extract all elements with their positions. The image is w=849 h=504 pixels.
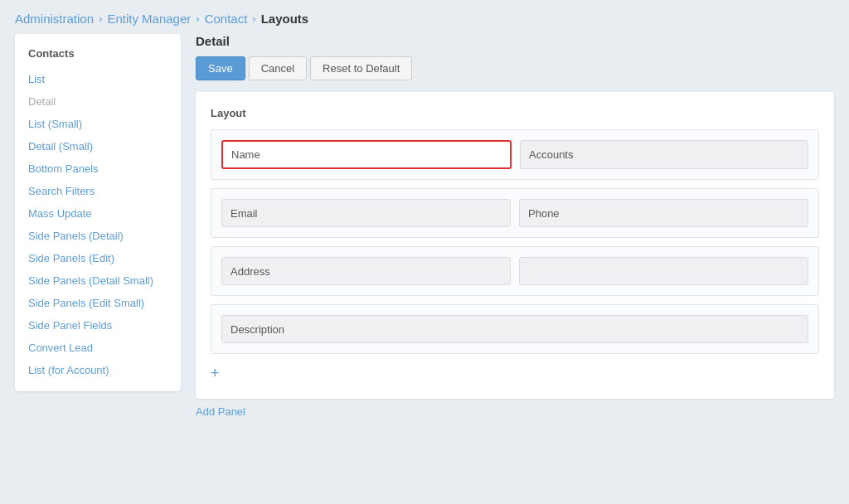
breadcrumb-administration[interactable]: Administration <box>15 12 94 26</box>
layout-section-3: Address <box>211 246 819 296</box>
field-description[interactable]: Description <box>221 315 808 343</box>
layout-row-3: Address <box>221 257 808 285</box>
sidebar-item-detail[interactable]: Detail <box>15 90 181 113</box>
cancel-button[interactable]: Cancel <box>249 56 307 80</box>
sidebar-item-search-filters[interactable]: Search Filters <box>15 180 181 202</box>
layout-section-2: Email Phone <box>211 188 819 238</box>
breadcrumb-sep-3: › <box>252 12 255 25</box>
save-button[interactable]: Save <box>196 56 245 80</box>
layout-panel: Layout Name Accounts Email Phone Address <box>196 92 834 399</box>
sidebar: Contacts List Detail List (Small) Detail… <box>15 34 181 391</box>
layout-section-1: Name Accounts <box>211 129 819 180</box>
sidebar-item-side-panels-detail[interactable]: Side Panels (Detail) <box>15 225 181 247</box>
layout-label: Layout <box>211 107 819 119</box>
breadcrumb: Administration › Entity Manager › Contac… <box>0 0 849 34</box>
add-panel-link[interactable]: Add Panel <box>196 405 245 418</box>
toolbar: Save Cancel Reset to Default <box>196 56 834 80</box>
content-area: Detail Save Cancel Reset to Default Layo… <box>196 34 834 418</box>
sidebar-item-list-for-account[interactable]: List (for Account) <box>15 359 181 381</box>
reset-to-default-button[interactable]: Reset to Default <box>310 56 412 80</box>
sidebar-item-side-panels-edit-small[interactable]: Side Panels (Edit Small) <box>15 292 181 314</box>
field-address[interactable]: Address <box>221 257 511 285</box>
layout-row-1: Name Accounts <box>221 140 808 169</box>
sidebar-item-list[interactable]: List <box>15 68 181 90</box>
sidebar-item-side-panels-edit[interactable]: Side Panels (Edit) <box>15 247 181 269</box>
breadcrumb-sep-1: › <box>99 12 102 25</box>
sidebar-item-convert-lead[interactable]: Convert Lead <box>15 337 181 359</box>
layout-row-4: Description <box>221 315 808 343</box>
sidebar-item-bottom-panels[interactable]: Bottom Panels <box>15 158 181 180</box>
panel-title: Detail <box>196 34 834 48</box>
sidebar-item-side-panels-detail-small[interactable]: Side Panels (Detail Small) <box>15 269 181 292</box>
sidebar-title: Contacts <box>15 44 181 68</box>
field-name[interactable]: Name <box>221 140 512 169</box>
main-layout: Contacts List Detail List (Small) Detail… <box>0 34 849 433</box>
field-phone[interactable]: Phone <box>519 199 808 227</box>
field-empty[interactable] <box>519 257 808 285</box>
breadcrumb-current: Layouts <box>261 12 309 26</box>
sidebar-item-side-panel-fields[interactable]: Side Panel Fields <box>15 314 181 337</box>
breadcrumb-entity-manager[interactable]: Entity Manager <box>107 12 191 26</box>
breadcrumb-contact[interactable]: Contact <box>205 12 248 26</box>
sidebar-item-detail-small[interactable]: Detail (Small) <box>15 135 181 158</box>
breadcrumb-sep-2: › <box>196 12 199 25</box>
sidebar-item-mass-update[interactable]: Mass Update <box>15 202 181 225</box>
layout-section-4: Description <box>211 304 819 354</box>
add-row-button[interactable]: + <box>211 362 220 384</box>
field-accounts[interactable]: Accounts <box>520 140 808 169</box>
layout-row-2: Email Phone <box>221 199 808 227</box>
sidebar-item-list-small[interactable]: List (Small) <box>15 113 181 135</box>
field-email[interactable]: Email <box>221 199 511 227</box>
